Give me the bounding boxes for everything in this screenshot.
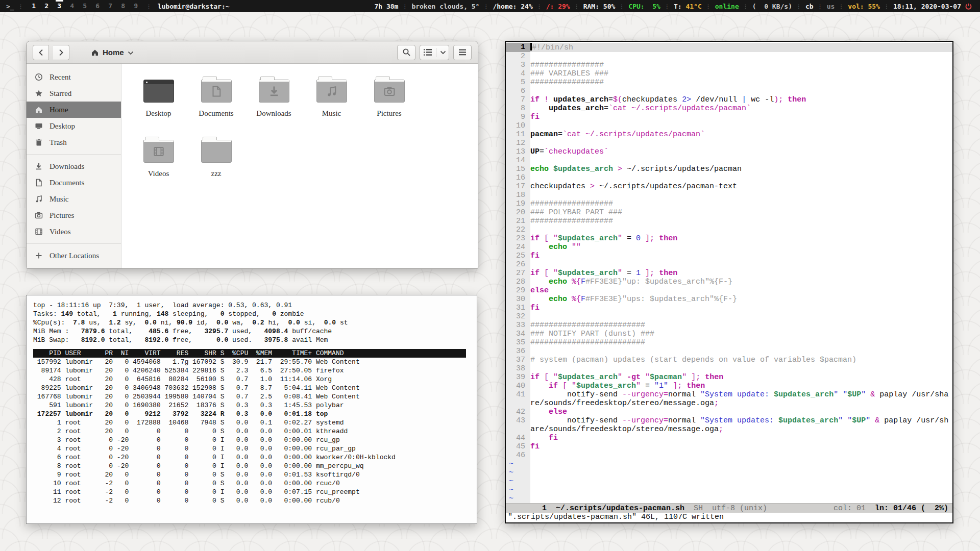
vim-empty-line-tilde: ~ [506, 468, 952, 477]
vim-line-27: 27if [ "$updates_arch" = 1 ]; then [506, 269, 952, 278]
sidebar-item-home[interactable]: Home [27, 102, 121, 118]
vim-line-21: 21################## [506, 217, 952, 226]
polybar-left: >_ ⋮ 123456789 ⋮ lubomir@darkstar:~ [3, 0, 230, 12]
process-row: 8 root 0 -20 0 0 0 I 0.0 0.0 0:00.00 mm_… [33, 462, 477, 470]
file-item-videos[interactable]: Videos [130, 135, 187, 195]
module-separator: ⋮ [574, 4, 579, 9]
search-button[interactable] [397, 45, 415, 60]
file-item-music[interactable]: Music [303, 75, 360, 135]
file-item-zzz[interactable]: zzz [187, 135, 245, 195]
vim-line-1: 1#!/bin/sh [506, 43, 952, 52]
workspace-8[interactable]: 8 [117, 0, 130, 12]
line-content: ######################### [530, 338, 952, 347]
star-icon [34, 89, 43, 97]
sidebar-item-downloads[interactable]: Downloads [27, 158, 121, 174]
navigation-buttons [33, 45, 69, 60]
folder-icon [201, 140, 232, 163]
sidebar-separator [27, 243, 121, 244]
current-location-label: Home [103, 48, 124, 57]
process-row: 591 lubomir 20 0 1690380 21652 18376 S 0… [33, 401, 477, 410]
file-item-documents[interactable]: Documents [187, 75, 245, 135]
workspace-6[interactable]: 6 [91, 0, 104, 12]
path-bar-button[interactable]: Home [87, 45, 138, 60]
sidebar-item-desktop[interactable]: Desktop [27, 118, 121, 134]
sidebar-item-videos[interactable]: Videos [27, 223, 121, 240]
music-icon [34, 195, 43, 203]
workspace-1[interactable]: 1 [28, 0, 40, 12]
folder-icon [259, 80, 289, 103]
file-label: Documents [199, 109, 233, 118]
process-row: 1 root 20 0 172888 10468 7948 S 0.0 0.1 … [33, 418, 477, 427]
power-icon[interactable] [965, 3, 972, 10]
camera-icon [383, 85, 395, 97]
vim-line-5: 5################ [506, 78, 952, 87]
file-item-downloads[interactable]: Downloads [245, 75, 303, 135]
vim-line-31: 31fi [506, 304, 952, 312]
file-item-desktop[interactable]: Desktop [130, 75, 187, 135]
file-item-pictures[interactable]: Pictures [360, 75, 418, 135]
line-number: 39 [506, 373, 530, 382]
process-row: 10 root -2 0 0 0 0 S 0.0 0.0 0:00.00 rcu… [33, 479, 477, 488]
line-content [530, 364, 952, 373]
line-number: 18 [506, 191, 530, 199]
line-number: 20 [506, 208, 530, 217]
module-ram: RAM: 50% [583, 3, 616, 10]
view-options-button[interactable] [420, 45, 449, 60]
workspace-3[interactable]: 3 [53, 0, 66, 12]
sidebar-item-documents[interactable]: Documents [27, 174, 121, 191]
line-content: notify-send --urgency=normal "System upd… [530, 416, 952, 434]
desktop-folder-icon [143, 80, 174, 103]
process-row: 89174 lubomir 20 0 4206240 525384 229816… [33, 366, 477, 375]
back-button[interactable] [33, 45, 49, 60]
workspace-5[interactable]: 5 [79, 0, 91, 12]
chevron-down-icon [440, 51, 446, 55]
sidebar-item-pictures[interactable]: Pictures [27, 207, 121, 223]
terminal-launcher-icon[interactable]: >_ [6, 3, 14, 10]
sidebar-item-starred[interactable]: Starred [27, 85, 121, 102]
process-row: 11 root -2 0 0 0 0 I 0.0 0.0 0:07.15 rcu… [33, 488, 477, 496]
top-summary-line: Tasks: 149 total, 1 running, 148 sleepin… [33, 310, 477, 318]
sidebar-item-label: Home [50, 106, 68, 114]
line-content: echo "" [530, 243, 952, 252]
vim-empty-line-tilde: ~ [506, 477, 952, 486]
forward-button[interactable] [53, 45, 69, 60]
process-row: 428 root 20 0 645816 80284 56100 S 0.7 1… [33, 375, 477, 384]
sidebar-item-label: Desktop [50, 122, 75, 131]
line-content [530, 156, 952, 165]
vim-line-12: 12 [506, 139, 952, 147]
folder-icon [316, 80, 347, 103]
line-number: 13 [506, 147, 530, 156]
line-content: ################ [530, 61, 952, 69]
sidebar-item-recent[interactable]: Recent [27, 69, 121, 85]
menu-button[interactable] [453, 45, 472, 60]
terminal-window-top[interactable]: top - 18:11:16 up 7:39, 1 user, load ave… [26, 295, 477, 524]
folder-icon [374, 80, 405, 103]
sidebar-item-other-locations[interactable]: Other Locations [27, 247, 121, 264]
workspace-4[interactable]: 4 [66, 0, 79, 12]
line-number: 33 [506, 321, 530, 330]
top-summary: top - 18:11:16 up 7:39, 1 user, load ave… [33, 301, 477, 344]
vim-line-17: 17checkupdates > ~/.scripts/updates/pacm… [506, 182, 952, 191]
vim-command-message: ".scripts/updates-pacman.sh" 46L, 1107C … [506, 513, 952, 522]
sidebar-item-trash[interactable]: Trash [27, 134, 121, 151]
line-content: # system (pacman) updates (start depends… [530, 356, 952, 364]
workspace-2[interactable]: 2 [40, 0, 53, 12]
module-separator: ⋮ [743, 4, 748, 9]
workspace-9[interactable]: 9 [130, 0, 142, 12]
process-row: 6 root 0 -20 0 0 0 I 0.0 0.0 0:00.00 kwo… [33, 453, 477, 462]
line-number: 36 [506, 347, 530, 356]
vim-line-13: 13UP=`checkupdates` [506, 147, 952, 156]
vim-text-area[interactable]: 1#!/bin/sh23################4### VARIABL… [506, 42, 952, 503]
document-icon [34, 179, 43, 187]
workspace-switcher: 123456789 [28, 0, 142, 12]
vim-editor-window[interactable]: 1#!/bin/sh23################4### VARIABL… [505, 41, 953, 523]
sidebar-item-music[interactable]: Music [27, 191, 121, 207]
line-number: 37 [506, 356, 530, 364]
workspace-7[interactable]: 7 [104, 0, 117, 12]
vim-line-4: 4### VARIABLES ### [506, 69, 952, 78]
vim-line-20: 20### POLYBAR PART ### [506, 208, 952, 217]
top-summary-line: top - 18:11:16 up 7:39, 1 user, load ave… [33, 301, 477, 310]
vim-empty-line-tilde: ~ [506, 486, 952, 494]
top-summary-line: %Cpu(s): 7.8 us, 1.2 sy, 0.0 ni, 90.9 id… [33, 318, 477, 327]
line-number: 40 [506, 382, 530, 390]
